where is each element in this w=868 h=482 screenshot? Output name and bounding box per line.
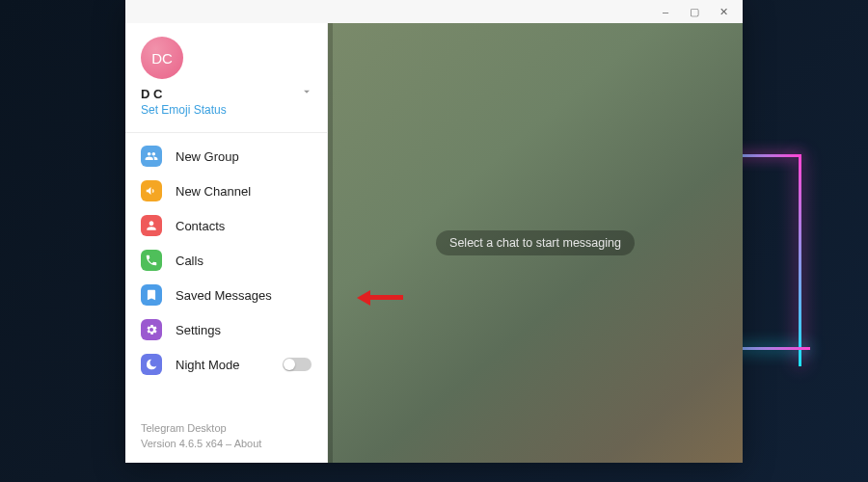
empty-chat-hint: Select a chat to start messaging (436, 230, 635, 255)
menu-list: New Group New Channel Contacts (125, 137, 327, 384)
telegram-window: – ▢ ✕ DC D C Set Emoji Status (125, 0, 743, 463)
main-menu-sidebar: DC D C Set Emoji Status New Group (125, 23, 328, 463)
calls-icon (141, 250, 162, 271)
title-bar: – ▢ ✕ (125, 0, 743, 23)
about-link[interactable]: About (234, 438, 262, 449)
group-icon (141, 146, 162, 167)
set-emoji-status-link[interactable]: Set Emoji Status (141, 103, 312, 117)
footer: Telegram Desktop Version 4.6.5 x64 – Abo… (125, 412, 327, 463)
channel-icon (141, 180, 162, 201)
desktop-background: – ▢ ✕ DC D C Set Emoji Status (0, 0, 868, 482)
avatar[interactable]: DC (141, 37, 183, 79)
divider (125, 132, 327, 133)
close-button[interactable]: ✕ (710, 2, 737, 21)
menu-night-mode[interactable]: Night Mode (125, 347, 327, 382)
user-name: D C (141, 87, 312, 101)
menu-saved-messages[interactable]: Saved Messages (125, 278, 327, 312)
menu-new-group[interactable]: New Group (125, 139, 327, 174)
night-mode-toggle[interactable] (283, 358, 312, 371)
version-line: Version 4.6.5 x64 – About (141, 437, 312, 451)
menu-new-channel[interactable]: New Channel (125, 174, 327, 208)
profile-block: DC D C Set Emoji Status (125, 23, 327, 126)
contacts-icon (141, 215, 162, 236)
menu-label: Contacts (176, 219, 225, 233)
settings-icon (141, 319, 162, 340)
menu-label: Night Mode (176, 358, 239, 372)
menu-label: New Channel (176, 184, 251, 199)
saved-icon (141, 284, 162, 306)
chevron-down-icon[interactable] (300, 85, 313, 102)
menu-label: Calls (176, 254, 203, 268)
menu-label: Settings (176, 323, 221, 337)
menu-label: New Group (176, 149, 239, 164)
menu-contacts[interactable]: Contacts (125, 208, 327, 243)
minimize-button[interactable]: – (652, 2, 679, 21)
maximize-button[interactable]: ▢ (681, 2, 708, 21)
night-icon (141, 354, 162, 375)
menu-label: Saved Messages (176, 288, 272, 303)
menu-settings[interactable]: Settings (125, 312, 327, 347)
chat-area: Select a chat to start messaging (328, 23, 743, 463)
app-name: Telegram Desktop (141, 421, 312, 436)
menu-calls[interactable]: Calls (125, 243, 327, 278)
